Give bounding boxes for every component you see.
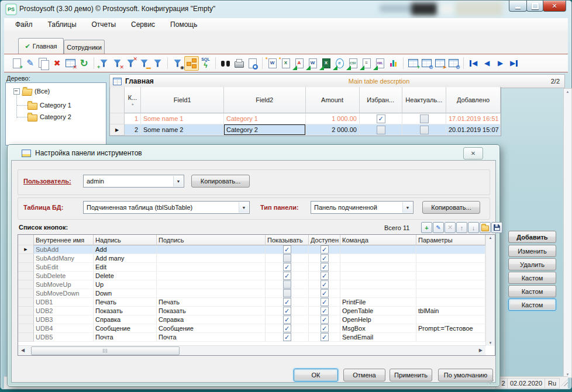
copy-record-icon[interactable] [37,57,50,70]
filter-view-icon[interactable]: ◉ [171,57,184,70]
export-word-icon[interactable]: W [306,57,319,70]
grid-cell-caption[interactable]: Up [94,280,157,289]
column-header-1[interactable]: Field1 [141,87,224,113]
grid-cell-params[interactable] [416,254,485,263]
grid-cell-show[interactable] [266,324,309,333]
grid-cell-params[interactable] [416,289,485,298]
filter-clear-icon[interactable]: ✕ [124,57,137,70]
enabled-checkbox[interactable] [321,307,329,315]
grid-cell-enabled[interactable] [309,315,340,324]
grid-vertical-scrollbar[interactable]: ▲▼ [485,235,495,346]
grid-cell-show[interactable] [266,315,309,324]
grid-cell-caption[interactable]: Почта [94,333,157,342]
dialog-button-1[interactable]: Отмена [343,369,385,381]
grid-cell-enabled[interactable] [309,333,340,342]
grid-cell-subcaption[interactable]: Сообщение [157,324,266,333]
dialog-close-button[interactable]: ✕ [463,147,483,159]
inactive-checkbox[interactable] [420,115,429,123]
grid-row[interactable]: ▶SubAddAdd [18,245,495,254]
menu-item-0[interactable]: Файл [8,19,40,30]
grid-row[interactable]: UDB4СообщениеСообщениеMsgBoxPrompt:='Тес… [18,324,495,333]
show-checkbox[interactable] [283,289,291,297]
grid-cell-command[interactable]: OpenHelp [340,315,416,324]
refresh-icon[interactable]: ↻ [77,57,91,70]
enabled-checkbox[interactable] [321,272,329,280]
sub-button-3[interactable]: Кастом [508,272,556,284]
filter-remove-icon[interactable]: ✕ [111,57,124,70]
grid-cell-caption[interactable]: Справка [94,315,157,324]
grid-cell-caption[interactable]: Down [94,289,157,298]
grid-cell-params[interactable]: tblMain [416,307,485,315]
chart-icon[interactable] [387,57,400,70]
grid-cell-enabled[interactable] [309,307,340,315]
grid-cell-caption[interactable]: Показать [94,307,157,315]
grid-row[interactable]: SubMoveDownDown [18,289,495,298]
grid-cell-name[interactable]: UDB2 [34,307,94,315]
search-icon[interactable] [219,57,232,70]
grid-cell-command[interactable]: MsgBox [340,324,416,333]
move-down-icon[interactable]: ↓ [468,222,479,233]
show-checkbox[interactable] [283,272,291,280]
grid-row[interactable]: SubEditEdit [18,263,495,272]
grid-cell-params[interactable] [416,245,485,254]
grid-cell-subcaption[interactable]: Печать [157,298,266,307]
menu-item-4[interactable]: Помощь [163,19,205,30]
grid-cell-enabled[interactable] [309,263,340,272]
sub-button-5[interactable]: Кастом [508,299,556,311]
grid-column-header-0[interactable]: Внутреннее имя [34,235,94,245]
column-header-3[interactable]: Amount [306,87,360,113]
filter-collapse-icon[interactable]: ▬ [137,57,151,70]
sql-icon[interactable]: SQLϟ [199,57,212,70]
enabled-checkbox[interactable] [321,289,329,297]
enabled-checkbox[interactable] [321,298,329,306]
grid-cell-show[interactable] [266,263,309,272]
tree-item-0[interactable]: Category 1 [27,99,71,111]
show-checkbox[interactable] [283,315,291,324]
cell-added[interactable]: 17.01.2019 16:51 [446,113,501,124]
table-settings-icon[interactable]: ⚙ [420,57,433,70]
enabled-checkbox[interactable] [321,263,329,271]
table-row[interactable]: 1Some name 1Category 11 000.0017.01.2019… [110,113,501,124]
db-table-combobox[interactable]: Подчиненная таблица (tblSubTable) ▼ [83,201,250,214]
show-checkbox[interactable] [283,280,291,289]
grid-cell-enabled[interactable] [309,254,340,263]
menu-item-2[interactable]: Отчеты [84,19,123,30]
grid-cell-params[interactable] [416,333,485,342]
grid-row[interactable]: UDB3СправкаСправкаOpenHelp [18,315,495,324]
copy-user-button[interactable]: Копировать... [191,175,250,188]
nav-first-icon[interactable]: ◀ [467,57,480,70]
cell-field2[interactable]: Category 2 [224,124,306,136]
grid-horizontal-scrollbar[interactable]: ◀ ▶ [18,345,485,355]
dialog-button-0[interactable]: ОК [294,369,338,381]
grid-row[interactable]: UDB1ПечатьПечатьPrintFile [18,298,495,307]
grid-cell-command[interactable]: OpenTable [340,307,416,315]
grid-row[interactable]: SubMoveUpUp [18,280,495,289]
nav-last-icon[interactable]: ▶ [507,57,521,70]
table-row[interactable]: ▶2Some name 2Category 22 000.0020.01.201… [110,124,501,136]
tree-panel-icon[interactable] [184,56,199,71]
sub-button-1[interactable]: Изменить [508,245,556,257]
inactive-checkbox[interactable] [420,126,429,134]
dialog-button-3[interactable]: По умолчанию [438,369,493,381]
cell-added[interactable]: 20.01.2019 15:07 [446,124,501,136]
grid-cell-subcaption[interactable] [157,289,266,298]
grid-column-header-2[interactable]: Подпись [157,235,266,245]
clear-table-icon[interactable]: ✕ [64,57,77,70]
grid-column-header-6[interactable]: Параметры [416,235,485,245]
column-header-2[interactable]: Field2 [224,87,306,113]
cell-favorite[interactable] [360,113,402,124]
cell-amount[interactable]: 1 000.00 [306,113,360,124]
export-pdf-icon[interactable]: A [292,57,306,70]
grid-cell-params[interactable] [416,315,485,324]
dialog-button-2[interactable]: Применить [390,369,432,381]
enabled-checkbox[interactable] [321,324,329,332]
save-icon[interactable] [491,222,502,233]
grid-cell-caption[interactable]: Delete [94,272,157,280]
export-html-icon[interactable]: e [333,57,346,70]
grid-cell-subcaption[interactable] [157,280,266,289]
grid-row[interactable]: UDB2ПоказатьПоказатьOpenTabletblMain [18,307,495,315]
table-properties-icon[interactable]: ⚙ [447,57,460,70]
grid-cell-caption[interactable]: Edit [94,263,157,272]
minimize-button[interactable] [509,1,527,12]
nav-next-icon[interactable]: ▶ [494,57,507,70]
